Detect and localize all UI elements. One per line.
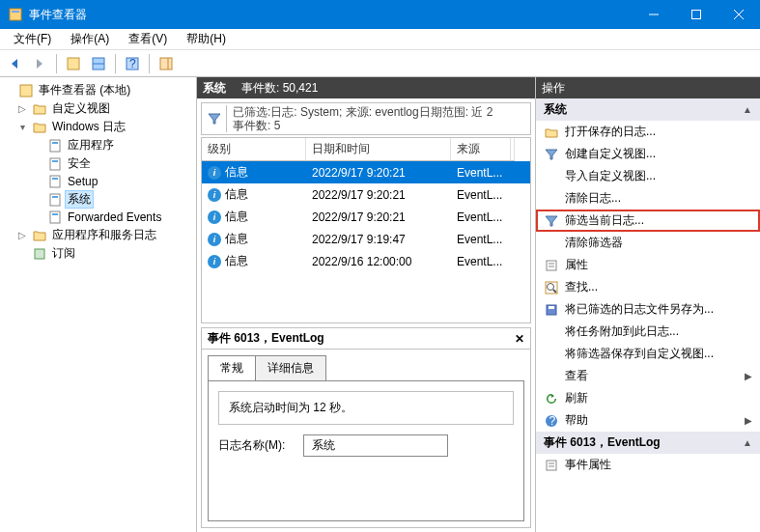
folder-icon: [32, 228, 47, 243]
action-item[interactable]: ?帮助▶: [536, 409, 760, 432]
back-button[interactable]: [4, 53, 25, 74]
tab-details[interactable]: 详细信息: [255, 355, 326, 380]
action-item[interactable]: 创建自定义视图...: [536, 143, 760, 165]
blank-icon: [544, 191, 559, 207]
info-icon: i: [208, 210, 221, 224]
svg-rect-13: [160, 58, 172, 70]
save-icon: [544, 302, 559, 318]
tree-label: 自定义视图: [52, 100, 110, 117]
col-extra[interactable]: [511, 138, 515, 161]
forward-button[interactable]: [29, 53, 50, 74]
app-icon: [8, 7, 23, 22]
detail-close-button[interactable]: ✕: [515, 332, 524, 346]
table-row[interactable]: i信息2022/9/16 12:00:00EventL...: [202, 250, 530, 272]
menu-action[interactable]: 操作(A): [61, 29, 119, 49]
action-item[interactable]: 将筛选器保存到自定义视图...: [536, 343, 760, 365]
actions-section-system[interactable]: 系统 ▲: [536, 98, 760, 121]
svg-text:?: ?: [129, 57, 136, 70]
event-grid: 级别 日期和时间 来源: [201, 137, 531, 161]
collapse-icon: ▲: [743, 104, 752, 115]
detail-tabs: 常规 详细信息: [202, 350, 530, 380]
cell-level: 信息: [225, 210, 248, 223]
tree-windows-logs[interactable]: ▾ Windows 日志: [0, 118, 196, 136]
funnel-icon: [544, 213, 559, 229]
table-row[interactable]: i信息2022/9/17 9:20:21EventL...: [202, 161, 530, 183]
action-pane-button[interactable]: [155, 53, 177, 74]
maximize-button[interactable]: [675, 0, 718, 29]
tree-custom-views[interactable]: ▷ 自定义视图: [0, 99, 196, 118]
action-label: 帮助: [565, 412, 739, 429]
action-label: 创建自定义视图...: [565, 146, 752, 162]
col-source[interactable]: 来源: [451, 138, 511, 161]
action-item[interactable]: 将任务附加到此日志...: [536, 321, 760, 343]
tree-label: 安全: [68, 155, 91, 172]
log-name-value: 系统: [303, 434, 448, 457]
help-icon: ?: [544, 413, 559, 429]
close-button[interactable]: [718, 0, 760, 29]
svg-rect-19: [52, 160, 58, 162]
help-button[interactable]: ?: [122, 53, 143, 74]
filter-text: 已筛选:日志: System; 来源: eventlog日期范围: 近 2 事件…: [233, 105, 526, 132]
info-icon: i: [208, 233, 221, 246]
expand-icon[interactable]: ▷: [15, 103, 29, 114]
action-item[interactable]: 清除日志...: [536, 187, 760, 210]
blank-icon: [544, 169, 559, 184]
action-item[interactable]: 筛选当前日志...: [536, 210, 760, 232]
tree-app-services-logs[interactable]: ▷ 应用程序和服务日志: [0, 226, 196, 244]
svg-marker-29: [546, 216, 557, 226]
cell-datetime: 2022/9/17 9:19:47: [306, 230, 451, 249]
collapse-icon: ▲: [743, 437, 752, 448]
detail-header: 事件 6013，EventLog ✕: [202, 328, 530, 350]
funnel-icon[interactable]: [206, 105, 227, 132]
actions-section-event[interactable]: 事件 6013，EventLog ▲: [536, 432, 760, 454]
subscription-icon: [32, 246, 47, 262]
action-item[interactable]: 将已筛选的日志文件另存为...: [536, 298, 760, 321]
svg-rect-3: [692, 11, 701, 19]
minimize-button[interactable]: [633, 0, 675, 29]
menu-file[interactable]: 文件(F): [4, 29, 61, 49]
filter-bar: 已筛选:日志: System; 来源: eventlog日期范围: 近 2 事件…: [201, 102, 531, 135]
action-label: 事件属性: [565, 457, 752, 473]
table-row[interactable]: i信息2022/9/17 9:19:47EventL...: [202, 228, 530, 250]
window-title: 事件查看器: [29, 7, 633, 23]
action-item[interactable]: 查找...: [536, 276, 760, 298]
tree-setup[interactable]: Setup: [0, 173, 196, 190]
col-datetime[interactable]: 日期和时间: [306, 138, 451, 161]
expand-icon[interactable]: ▷: [15, 230, 29, 240]
action-item[interactable]: 导入自定义视图...: [536, 165, 760, 187]
tree-label: 应用程序和服务日志: [52, 227, 156, 243]
properties-icon: [544, 258, 559, 273]
show-tree-button[interactable]: [63, 53, 84, 74]
menu-view[interactable]: 查看(V): [119, 29, 177, 49]
col-level[interactable]: 级别: [202, 138, 306, 161]
tree-system[interactable]: 系统: [0, 190, 196, 209]
action-item[interactable]: 打开保存的日志...: [536, 121, 760, 143]
log-icon: [47, 192, 63, 208]
action-item[interactable]: 清除筛选器: [536, 232, 760, 254]
tree-root[interactable]: 事件查看器 (本地): [0, 81, 196, 99]
action-label: 清除日志...: [565, 190, 752, 207]
table-row[interactable]: i信息2022/9/17 9:20:21EventL...: [202, 206, 530, 228]
tab-general[interactable]: 常规: [208, 355, 256, 380]
svg-rect-24: [50, 211, 60, 223]
svg-line-34: [553, 290, 556, 293]
action-item[interactable]: 查看▶: [536, 365, 760, 387]
menu-help[interactable]: 帮助(H): [177, 29, 236, 49]
grid-body[interactable]: i信息2022/9/17 9:20:21EventL...i信息2022/9/1…: [201, 161, 531, 323]
log-icon: [47, 174, 63, 189]
svg-marker-28: [546, 150, 557, 159]
collapse-icon[interactable]: ▾: [15, 122, 29, 132]
svg-rect-25: [52, 213, 58, 215]
tree-forwarded-events[interactable]: Forwarded Events: [0, 209, 196, 226]
separator: [56, 54, 57, 73]
table-row[interactable]: i信息2022/9/17 9:20:21EventL...: [202, 183, 530, 206]
tree-security[interactable]: 安全: [0, 154, 196, 173]
log-name-label: 日志名称(M):: [218, 437, 296, 454]
show-detail-button[interactable]: [88, 53, 109, 74]
action-item[interactable]: 事件属性: [536, 454, 760, 476]
tree-subscriptions[interactable]: 订阅: [0, 244, 196, 263]
cell-level: 信息: [225, 232, 248, 245]
action-item[interactable]: 属性: [536, 254, 760, 276]
action-item[interactable]: 刷新: [536, 387, 760, 409]
tree-application[interactable]: 应用程序: [0, 136, 196, 154]
